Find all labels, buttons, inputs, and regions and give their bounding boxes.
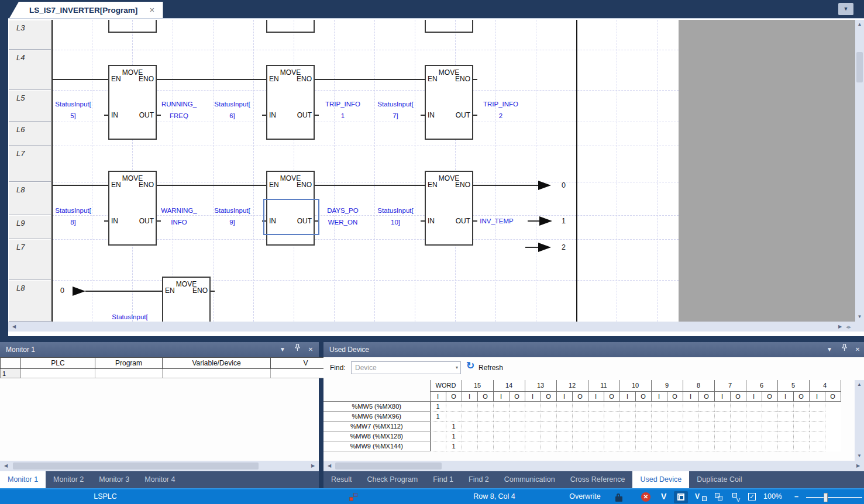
variable-device-view-icon[interactable]: V	[695, 489, 700, 504]
tab-monitor-4[interactable]: Monitor 4	[137, 471, 183, 488]
zoom-out-button[interactable]: –	[794, 489, 798, 504]
tab-list-dropdown-button[interactable]: ▼	[838, 3, 853, 15]
tab-monitor-2[interactable]: Monitor 2	[46, 471, 91, 488]
tab-communication[interactable]: Communication	[497, 471, 563, 488]
refresh-button[interactable]: Refresh	[479, 364, 503, 372]
operand-label[interactable]: StatusInput[6]	[206, 99, 259, 122]
wire	[104, 220, 108, 222]
entry-label: 0	[60, 286, 64, 295]
pin-out: OUT	[456, 217, 470, 225]
tab-check-program[interactable]: Check Program	[359, 471, 425, 488]
scroll-left-button[interactable]: ◀	[1, 461, 11, 471]
operand-label[interactable]: TRIP_INFO1	[316, 99, 369, 122]
variable-view-icon[interactable]: V	[661, 489, 666, 504]
ladder-editor[interactable]: L3 L4 L5 L6 L7 L8 L9 L7 L8	[8, 18, 864, 336]
pin-icon[interactable]	[839, 342, 849, 357]
operand-label[interactable]: StatusInput[9]	[206, 205, 259, 228]
monitor-cell[interactable]	[95, 369, 163, 378]
scrollbar-thumb[interactable]	[335, 462, 442, 470]
operand-label[interactable]: WARNING_INFO	[153, 205, 205, 228]
operand-label[interactable]: TRIP_INFO2	[474, 99, 527, 122]
tab-used-device[interactable]: Used Device	[632, 471, 689, 488]
bit-column-header: 8	[683, 380, 714, 391]
operand-label[interactable]: StatusInput[5]	[47, 99, 99, 122]
combobox-value: Device	[355, 364, 377, 372]
zoom-slider[interactable]	[806, 497, 862, 498]
tab-ls-is7-inverter[interactable]: LS_IS7_INVERTER[Program] ✕	[9, 2, 163, 18]
operand-label[interactable]: StatusInput[10]	[369, 205, 422, 228]
move-block[interactable]: MOVE EN ENO IN OUT	[425, 65, 473, 140]
device-row[interactable]: %MW7 (%MX112) 1	[323, 421, 841, 431]
wire	[51, 79, 108, 80]
column-header-variable-device[interactable]: Variable/Device	[163, 358, 271, 369]
scroll-left-button[interactable]: ◀	[325, 461, 334, 471]
rung-cell: L3	[9, 20, 51, 50]
move-block[interactable]: MOVE EN ENO IN OUT	[425, 171, 473, 246]
scroll-right-button[interactable]: ▶	[308, 461, 318, 471]
scroll-up-button[interactable]: ▲	[855, 20, 864, 29]
monitor-tabs: Monitor 1 Monitor 2 Monitor 3 Monitor 4	[0, 471, 319, 488]
close-icon[interactable]: ✕	[852, 342, 863, 357]
move-block[interactable]: MOVE EN ENO IN OUT	[108, 65, 157, 140]
pin-eno: ENO	[297, 181, 312, 189]
branch-arrow-icon	[538, 181, 551, 190]
move-block[interactable]: MOVE EN ENO IN OUT	[108, 171, 157, 246]
tab-find-2[interactable]: Find 2	[461, 471, 497, 488]
wire	[51, 185, 108, 186]
word-o-cell: 1	[446, 431, 462, 441]
variable-device-view-icon	[702, 496, 707, 501]
window-menu-icon[interactable]: ▼	[277, 342, 288, 357]
pin-en: EN	[111, 75, 121, 83]
tab-find-1[interactable]: Find 1	[425, 471, 461, 488]
scroll-right-button[interactable]: ▶	[853, 461, 863, 471]
scroll-down-button[interactable]: ▼	[855, 451, 864, 461]
zoom-slider-handle[interactable]	[824, 493, 828, 502]
operand-label[interactable]: DAYS_POWER_ON	[316, 205, 369, 228]
operand-label[interactable]: INV_TEMP	[470, 216, 523, 227]
scroll-down-button[interactable]: ▼	[855, 312, 864, 322]
device-vertical-scrollbar[interactable]	[855, 380, 864, 461]
horizontal-scrollbar[interactable]	[8, 322, 864, 332]
pin-icon[interactable]	[292, 342, 302, 357]
operand-label[interactable]: StatusInput[7]	[369, 99, 422, 122]
device-row[interactable]: %MW5 (%MX80) 1	[323, 401, 841, 411]
window-menu-icon[interactable]: ▼	[824, 342, 835, 357]
tab-duplicate-coil[interactable]: Duplicate Coil	[689, 471, 749, 488]
scroll-left-button[interactable]: ◀	[9, 322, 19, 332]
word-i-cell: 1	[430, 401, 446, 411]
move-block[interactable]: MOVE EN ENO	[162, 277, 211, 322]
scrollbar-thumb[interactable]	[856, 52, 863, 82]
operand-label[interactable]: StatusInput[8]	[47, 205, 99, 228]
tab-monitor-1[interactable]: Monitor 1	[0, 471, 46, 488]
monitor-cell[interactable]	[21, 369, 95, 378]
column-header-program[interactable]: Program	[95, 358, 163, 369]
scroll-right-button[interactable]: ▶	[835, 322, 845, 332]
find-device-combobox[interactable]: Device ▾	[351, 361, 461, 374]
checkbox-view-icon[interactable]: ✓	[748, 493, 756, 500]
tab-monitor-3[interactable]: Monitor 3	[91, 471, 137, 488]
device-row[interactable]: %MW8 (%MX128) 1	[323, 431, 841, 441]
word-o-cell	[446, 411, 462, 421]
tab-cross-reference[interactable]: Cross Reference	[563, 471, 633, 488]
tab-result[interactable]: Result	[323, 471, 359, 488]
scroll-up-button[interactable]: ▲	[855, 380, 864, 389]
close-icon[interactable]: ✕	[305, 342, 316, 357]
operand-label[interactable]: RUNNING_FREQ	[153, 99, 205, 122]
error-status-icon[interactable]: ✕	[641, 492, 650, 502]
pin-eno: ENO	[455, 181, 470, 189]
close-icon[interactable]: ✕	[149, 6, 154, 14]
refresh-icon[interactable]: ↻	[466, 360, 474, 372]
device-row[interactable]: %MW6 (%MX96) 1	[323, 411, 841, 421]
device-row[interactable]: %MW9 (%MX144) 1	[323, 441, 841, 451]
scrollbar-thumb[interactable]	[13, 462, 259, 470]
monitor-cell[interactable]	[163, 369, 271, 378]
pin-en: EN	[269, 181, 279, 189]
column-header-plc[interactable]: PLC	[21, 358, 95, 369]
out-of-canvas-area	[679, 20, 855, 322]
edit-mode[interactable]: Overwrite	[550, 489, 620, 504]
rung-cell: L8	[9, 280, 51, 322]
device-view-icon[interactable]	[674, 491, 688, 503]
pane-splitter[interactable]: ◂▸	[846, 324, 851, 330]
move-block[interactable]: MOVE EN ENO IN OUT	[266, 65, 315, 140]
block-stub	[108, 20, 157, 33]
